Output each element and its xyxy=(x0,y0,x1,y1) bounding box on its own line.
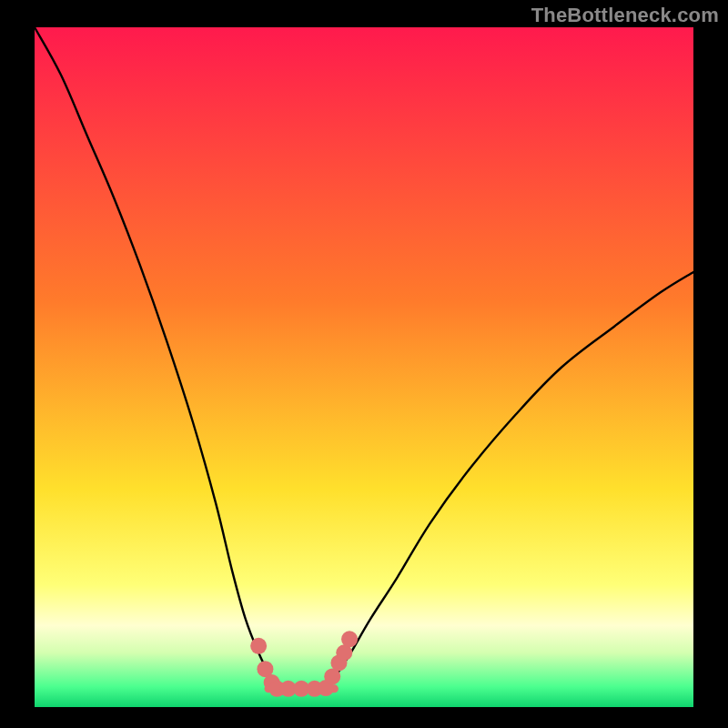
watermark-text: TheBottleneck.com xyxy=(531,4,719,27)
chart-container: TheBottleneck.com xyxy=(0,0,728,728)
data-marker xyxy=(341,631,358,647)
bottleneck-chart xyxy=(0,0,728,728)
data-marker xyxy=(250,638,267,654)
plot-background xyxy=(35,27,693,707)
